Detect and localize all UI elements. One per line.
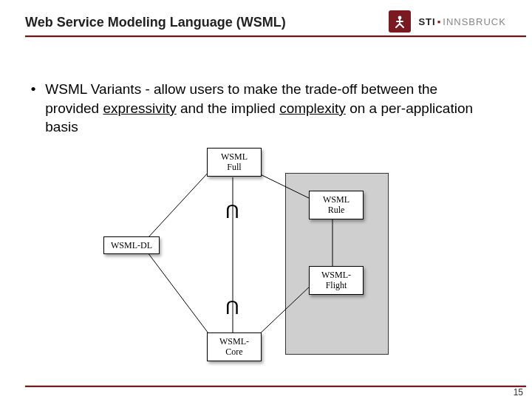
svg-line-3 xyxy=(148,253,211,336)
term-complexity: complexity xyxy=(279,100,346,116)
brand-name: STI xyxy=(418,16,435,27)
brand-logo: STI▪INNSBRUCK xyxy=(389,10,507,35)
box-wsml-core: WSML- Core xyxy=(207,332,262,361)
bullet-item: • WSML Variants - allow users to make th… xyxy=(25,80,505,137)
box-wsml-dl: WSML-DL xyxy=(103,236,160,254)
box-wsml-full-l2: Full xyxy=(212,162,256,172)
sti-logo-icon xyxy=(389,10,411,33)
box-wsml-rule-l2: Rule xyxy=(314,205,358,215)
term-expressivity: expressivity xyxy=(103,100,176,116)
wsml-variants-diagram: WSML Full WSML-DL WSML Rule WSML- Flight… xyxy=(96,148,406,369)
box-wsml-core-l2: Core xyxy=(212,347,256,357)
svg-line-1 xyxy=(148,170,211,238)
box-wsml-rule: WSML Rule xyxy=(309,191,364,219)
brand-separator-icon: ▪ xyxy=(437,16,442,27)
box-wsml-full: WSML Full xyxy=(207,148,262,177)
brand-location: INNSBRUCK xyxy=(443,16,506,27)
box-wsml-flight-l1: WSML- xyxy=(314,270,358,280)
header-rule-shadow xyxy=(25,37,526,38)
slide: Web Service Modeling Language (WSML) STI… xyxy=(0,0,532,399)
box-wsml-dl-l1: WSML-DL xyxy=(109,240,154,250)
bullet-text-2: and the implied xyxy=(177,100,279,116)
box-wsml-rule-l1: WSML xyxy=(314,194,358,205)
bullet-marker: • xyxy=(25,80,41,99)
box-wsml-full-l1: WSML xyxy=(212,151,256,162)
footer-rule xyxy=(25,386,526,387)
bullet-text: WSML Variants - allow users to make the … xyxy=(45,80,488,137)
brand-text: STI▪INNSBRUCK xyxy=(418,16,505,27)
box-wsml-flight-l2: Flight xyxy=(314,280,358,290)
box-wsml-core-l1: WSML- xyxy=(212,336,256,347)
page-number: 15 xyxy=(514,387,523,398)
union-symbol-top: U xyxy=(225,200,239,222)
box-wsml-flight: WSML- Flight xyxy=(309,266,364,295)
union-symbol-bottom: U xyxy=(225,296,239,318)
